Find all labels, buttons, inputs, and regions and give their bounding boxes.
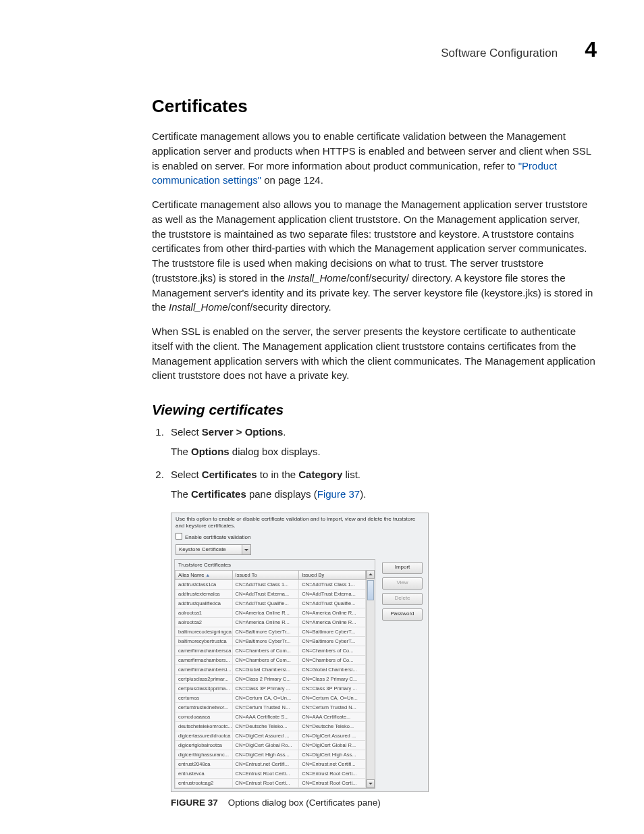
table-row[interactable]: camerfirmachamberscaCN=Chambers of Com..… bbox=[176, 646, 366, 656]
vertical-scrollbar[interactable] bbox=[366, 570, 375, 788]
enable-certificate-validation-checkbox[interactable] bbox=[176, 533, 182, 540]
table-cell: addtrustqualifiedca bbox=[176, 599, 233, 608]
panel-title: Truststore Certificates bbox=[175, 560, 375, 570]
table-cell: comodoaaaca bbox=[176, 712, 233, 722]
table-cell: CN=Certum CA, O=Un... bbox=[232, 694, 299, 703]
table-cell: CN=Global Chambersi... bbox=[232, 665, 299, 675]
table-cell: CN=Chambers of Co... bbox=[299, 646, 366, 656]
paragraph-3: When SSL is enabled on the server, the s… bbox=[152, 324, 597, 383]
table-row[interactable]: aolrootca2CN=America Online R...CN=Ameri… bbox=[176, 618, 366, 627]
table-row[interactable]: comodoaaacaCN=AAA Certificate S...CN=AAA… bbox=[176, 712, 366, 722]
table-row[interactable]: addtrustexternalcaCN=AddTrust Externa...… bbox=[176, 590, 366, 599]
scroll-down-button[interactable] bbox=[367, 779, 375, 788]
table-cell: CN=AAA Certificate S... bbox=[232, 712, 299, 722]
link-figure-37[interactable]: Figure 37 bbox=[317, 488, 360, 500]
table-cell: CN=DigiCert High Ass... bbox=[232, 750, 299, 760]
table-cell: camerfirmachambers... bbox=[176, 656, 233, 665]
text: on page 124. bbox=[261, 174, 323, 186]
view-button[interactable]: View bbox=[382, 577, 423, 590]
table-row[interactable]: certplusclass2primar...CN=Class 2 Primar… bbox=[176, 675, 366, 684]
heading-viewing-certificates: Viewing certificates bbox=[152, 402, 597, 418]
figure-text: Options dialog box (Certificates pane) bbox=[228, 798, 381, 808]
table-cell: CN=Class 2 Primary C... bbox=[232, 675, 299, 684]
text: ). bbox=[360, 488, 366, 500]
table-row[interactable]: deutschetelekomrootc...CN=Deutsche Telek… bbox=[176, 722, 366, 731]
table-cell: CN=Entrust Root Certi... bbox=[299, 779, 366, 788]
table-cell: addtrustexternalca bbox=[176, 590, 233, 599]
column-alias-name[interactable]: Alias Name▲ bbox=[176, 571, 233, 580]
install-home-path: Install_Home bbox=[288, 272, 347, 284]
chevron-down-icon bbox=[242, 545, 250, 554]
table-cell: CN=America Online R... bbox=[232, 608, 299, 618]
table-row[interactable]: camerfirmachambersi...CN=Global Chambers… bbox=[176, 665, 366, 675]
column-issued-by[interactable]: Issued By bbox=[299, 571, 366, 580]
text: /conf/security directory. bbox=[228, 301, 331, 313]
table-row[interactable]: baltimorecodesigningcaCN=Baltimore Cyber… bbox=[176, 627, 366, 637]
table-row[interactable]: entrust2048caCN=Entrust.net Certifi...CN… bbox=[176, 760, 366, 769]
table-cell: entrustrootcag2 bbox=[176, 779, 233, 788]
scroll-up-button[interactable] bbox=[367, 570, 375, 579]
options-dialog-certificates-pane: Use this option to enable or disable cer… bbox=[171, 513, 429, 792]
table-row[interactable]: digicertassuredidrootcaCN=DigiCert Assur… bbox=[176, 731, 366, 741]
install-home-path: Install_Home bbox=[169, 301, 228, 313]
table-cell: CN=Class 3P Primary ... bbox=[232, 684, 299, 694]
password-button[interactable]: Password bbox=[382, 608, 423, 621]
category-name: Certificates bbox=[202, 469, 257, 480]
column-issued-to[interactable]: Issued To bbox=[232, 571, 299, 580]
table-cell: CN=Baltimore CyberTr... bbox=[232, 637, 299, 646]
text: Select bbox=[171, 469, 202, 480]
table-cell: certplusclass3pprima... bbox=[176, 684, 233, 694]
table-cell: CN=America Online R... bbox=[232, 618, 299, 627]
step-2: Select Certificates to in the Category l… bbox=[167, 467, 597, 502]
table-cell: CN=America Online R... bbox=[299, 618, 366, 627]
table-cell: CN=DigiCert Global R... bbox=[299, 741, 366, 750]
scroll-thumb[interactable] bbox=[367, 580, 374, 600]
table-cell: baltimorecodesigningca bbox=[176, 627, 233, 637]
pane-name: Certificates bbox=[191, 488, 246, 500]
text: list. bbox=[342, 469, 360, 480]
table-cell: aolrootca1 bbox=[176, 608, 233, 618]
table-cell: baltimorecybertrustca bbox=[176, 637, 233, 646]
table-cell: CN=Chambers of Com... bbox=[232, 646, 299, 656]
header-section-title: Software Configuration bbox=[441, 47, 558, 60]
table-cell: certplusclass2primar... bbox=[176, 675, 233, 684]
table-cell: CN=Class 3P Primary ... bbox=[299, 684, 366, 694]
table-cell: CN=DigiCert Assured ... bbox=[299, 731, 366, 741]
table-cell: CN=Entrust Root Certi... bbox=[232, 779, 299, 788]
table-row[interactable]: camerfirmachambers...CN=Chambers of Com.… bbox=[176, 656, 366, 665]
table-row[interactable]: entrustevcaCN=Entrust Root Certi...CN=En… bbox=[176, 769, 366, 779]
import-button[interactable]: Import bbox=[382, 562, 423, 574]
table-row[interactable]: certumtrustednetwor...CN=Certum Trusted … bbox=[176, 703, 366, 712]
table-cell: deutschetelekomrootc... bbox=[176, 722, 233, 731]
table-row[interactable]: digicertglobalrootcaCN=DigiCert Global R… bbox=[176, 741, 366, 750]
table-cell: CN=AddTrust Class 1... bbox=[299, 580, 366, 590]
table-row[interactable]: digicerthighassuranc...CN=DigiCert High … bbox=[176, 750, 366, 760]
table-cell: digicertglobalrootca bbox=[176, 741, 233, 750]
table-cell: camerfirmachambersca bbox=[176, 646, 233, 656]
table-row[interactable]: addtrustclass1caCN=AddTrust Class 1...CN… bbox=[176, 580, 366, 590]
dialog-name: Options bbox=[191, 446, 230, 457]
table-row[interactable]: addtrustqualifiedcaCN=AddTrust Qualifie.… bbox=[176, 599, 366, 608]
text: pane displays ( bbox=[246, 488, 317, 500]
table-cell: digicertassuredidrootca bbox=[176, 731, 233, 741]
table-row[interactable]: certumcaCN=Certum CA, O=Un...CN=Certum C… bbox=[176, 694, 366, 703]
menu-path: Server > Options bbox=[202, 426, 283, 438]
table-row[interactable]: baltimorecybertrustcaCN=Baltimore CyberT… bbox=[176, 637, 366, 646]
delete-button[interactable]: Delete bbox=[382, 593, 423, 605]
page-header: Software Configuration 4 bbox=[152, 37, 597, 62]
text: to in the bbox=[257, 469, 299, 480]
table-row[interactable]: entrustrootcag2CN=Entrust Root Certi...C… bbox=[176, 779, 366, 788]
table-cell: CN=Baltimore CyberT... bbox=[299, 627, 366, 637]
text: The bbox=[171, 488, 191, 500]
table-cell: CN=Chambers of Com... bbox=[232, 656, 299, 665]
table-row[interactable]: aolrootca1CN=America Online R...CN=Ameri… bbox=[176, 608, 366, 618]
sort-asc-icon: ▲ bbox=[205, 573, 210, 577]
table-row[interactable]: certplusclass3pprima...CN=Class 3P Prima… bbox=[176, 684, 366, 694]
truststore-certificates-panel: Truststore Certificates Alias Name▲ Issu… bbox=[174, 559, 375, 789]
keystore-certificate-dropdown[interactable]: Keystore Certificate bbox=[176, 544, 251, 555]
header-chapter-number: 4 bbox=[585, 37, 597, 62]
table-cell: CN=Baltimore CyberTr... bbox=[232, 627, 299, 637]
table-cell: CN=AddTrust Externa... bbox=[299, 590, 366, 599]
table-cell: CN=Class 2 Primary C... bbox=[299, 675, 366, 684]
table-cell: camerfirmachambersi... bbox=[176, 665, 233, 675]
